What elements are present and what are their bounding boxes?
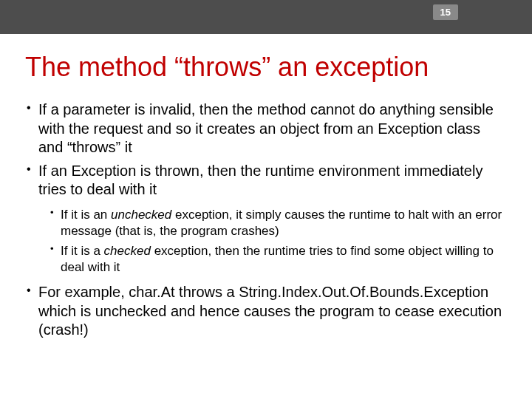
bullet-item: If an Exception is thrown, then the runt… [25,162,507,276]
slide-number-badge: 15 [433,4,458,20]
bullet-list: If a parameter is invalid, then the meth… [25,100,507,340]
sub-bullet-list: If it is an unchecked exception, it simp… [49,207,507,276]
sub-bullet-item: If it is a checked exception, then the r… [49,243,507,276]
sub-bullet-item: If it is an unchecked exception, it simp… [49,207,507,239]
text-run: If it is a [61,244,104,258]
bullet-item: For example, char.At throws a String.Ind… [25,283,507,340]
slide: 15 The method “throws” an exception If a… [0,0,532,399]
bullet-text: If an Exception is thrown, then the runt… [38,163,482,198]
header-bar: 15 [0,0,532,34]
emphasis-text: checked [104,244,151,258]
bullet-item: If a parameter is invalid, then the meth… [25,100,507,157]
slide-body: If a parameter is invalid, then the meth… [0,93,532,340]
slide-title: The method “throws” an exception [0,34,532,93]
emphasis-text: unchecked [111,208,171,222]
text-run: If it is an [61,208,111,222]
